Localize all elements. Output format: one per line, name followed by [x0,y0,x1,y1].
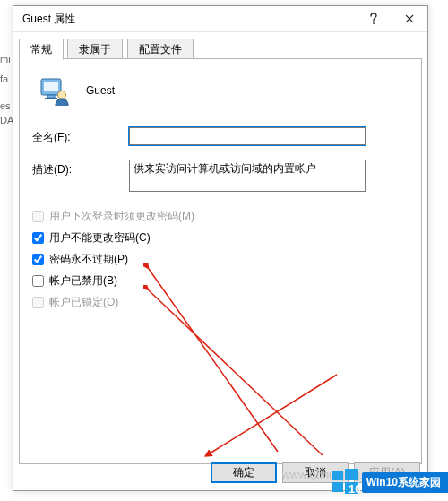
fullname-label: 全名(F): [32,127,129,145]
site-badge-text: Win10系统家园 [362,472,448,493]
bg-frag: DA [0,115,13,125]
svg-line-7 [149,290,323,455]
titlebar: Guest 属性 [13,6,427,32]
check-cannot-change-pw[interactable]: 用户不能更改密码(C) [32,229,409,246]
tab-panel-general: Guest 全名(F): 描述(D): 供来宾访问计算机或访问域的内置帐户 用户… [19,59,422,464]
user-header-name: Guest [86,84,115,97]
svg-rect-3 [47,95,55,98]
row-description: 描述(D): 供来宾访问计算机或访问域的内置帐户 [32,160,409,192]
properties-dialog: Guest 属性 常规 隶属于 配置文件 [13,5,428,491]
check-must-change-pw: 用户下次登录时须更改密码(M) [32,208,409,224]
window-title: Guest 属性 [13,6,356,31]
svg-rect-11 [332,482,343,492]
bg-frag: es [0,100,11,111]
help-icon [369,13,378,25]
check-pw-never-expires[interactable]: 密码永不过期(P) [32,251,409,267]
svg-rect-2 [44,82,58,91]
svg-rect-10 [345,469,358,480]
description-label: 描述(D): [32,160,129,177]
description-input[interactable]: 供来宾访问计算机或访问域的内置帐户 [129,160,366,192]
tab-row: 常规 隶属于 配置文件 [19,38,422,59]
svg-rect-4 [45,98,57,99]
user-header: Guest [39,75,409,106]
bg-frag: mi [0,54,11,65]
annotation-arrow-3 [202,371,346,461]
ok-button[interactable]: 确定 [211,462,277,483]
check-account-locked-box [32,297,44,308]
check-account-disabled[interactable]: 帐户已禁用(B) [32,272,409,289]
close-button[interactable] [392,6,427,31]
fullname-input[interactable] [129,127,366,145]
annotation-arrow-2 [143,285,332,464]
svg-point-5 [58,91,66,99]
site-badge: 10 Win10系统家园 [330,467,448,497]
user-icon [39,75,70,106]
close-icon [405,14,414,23]
check-pw-never-expires-label: 密码永不过期(P) [49,252,128,267]
bg-frag: fa [0,73,8,84]
check-account-locked: 帐户已锁定(O) [32,294,409,310]
check-account-locked-label: 帐户已锁定(O) [49,295,118,310]
checkbox-group: 用户下次登录时须更改密码(M) 用户不能更改密码(C) 密码永不过期(P) 帐户… [32,208,409,310]
tab-profile[interactable]: 配置文件 [127,39,194,59]
tab-memberof[interactable]: 隶属于 [67,39,123,59]
check-account-disabled-label: 帐户已禁用(B) [49,273,117,289]
check-must-change-pw-label: 用户下次登录时须更改密码(M) [49,209,194,224]
check-cannot-change-pw-box[interactable] [32,232,44,244]
tab-general[interactable]: 常规 [19,39,64,60]
svg-point-0 [373,22,375,24]
check-pw-never-expires-box[interactable] [32,254,44,265]
check-cannot-change-pw-label: 用户不能更改密码(C) [49,230,151,246]
svg-text:10: 10 [349,482,360,496]
row-fullname: 全名(F): [32,127,409,145]
svg-line-8 [210,375,337,453]
help-button[interactable] [356,6,392,31]
windows-logo-icon: 10 [330,467,360,497]
check-account-disabled-box[interactable] [32,275,44,287]
svg-rect-9 [332,471,343,480]
check-must-change-pw-box [32,211,44,222]
